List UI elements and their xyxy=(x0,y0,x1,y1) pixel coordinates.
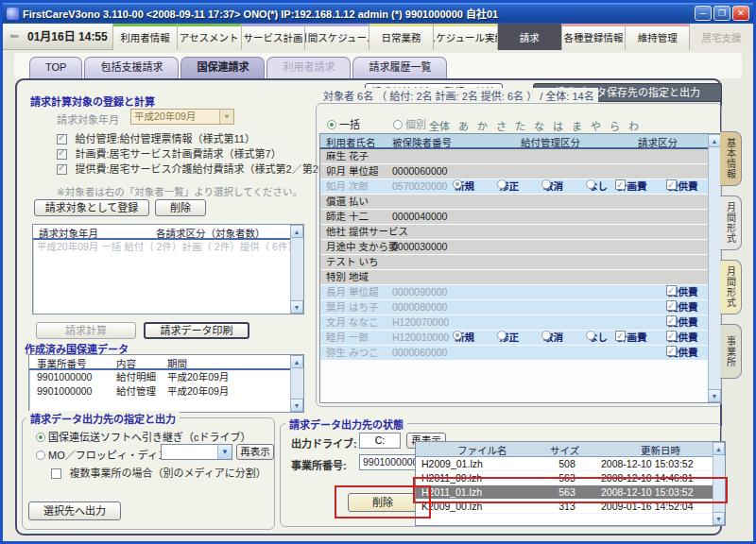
close-button[interactable]: ✕ xyxy=(732,6,749,21)
minimize-button[interactable]: ─ xyxy=(695,6,712,21)
table-row[interactable]: 月途中 支から要0000030000 xyxy=(320,240,708,254)
created-data-row[interactable]: 9901000000給付管理平成20年09月 xyxy=(29,384,303,399)
kana-filter-た[interactable]: た xyxy=(515,118,525,133)
nav-tab-月間スケジュール[interactable]: 月間スケジュール xyxy=(304,24,369,50)
month-list-row[interactable]: 平成20年09月 一括 給付（ 2件）計画（ 2件）提供（ 6件） xyxy=(33,240,303,253)
kubun-radio-新規[interactable]: 新規 xyxy=(453,331,497,345)
delete-target-button[interactable]: 削除 xyxy=(155,199,206,216)
media-select[interactable]: ▼ xyxy=(161,444,232,460)
register-target-button[interactable]: 請求対象として登録 xyxy=(34,199,149,216)
nav-tab-居宅支援[interactable]: 居宅支援 xyxy=(689,24,753,50)
kana-filter-全体[interactable]: 全体 xyxy=(429,118,450,133)
month-list[interactable]: 請求対象年月 各請求区分（対象者数） 平成20年09月 一括 給付（ 2件）計画… xyxy=(32,224,304,314)
table-row[interactable]: 如月 次郎0570020000新規修正取消なし計画費提供費 xyxy=(320,179,708,194)
created-list-scrollbar[interactable]: ▲ ▼ xyxy=(290,355,303,412)
provide-checkbox[interactable]: 提供費 xyxy=(666,315,698,330)
kubun-radio-修正[interactable]: 修正 xyxy=(497,331,541,345)
kana-filter-は[interactable]: は xyxy=(553,118,563,133)
file-list-scrollbar[interactable]: ▲ ▼ xyxy=(713,442,725,525)
file-row-H2009_01.lzh[interactable]: H2009_01.lzh5082008-12-10 15:03:52 xyxy=(416,457,713,471)
table-row[interactable]: 卯月 単位超0000060000 xyxy=(320,164,708,178)
back-icon[interactable]: ⬅ xyxy=(9,29,19,42)
kana-filter-ま[interactable]: ま xyxy=(572,118,582,133)
table-row[interactable]: 麻生 花子 xyxy=(320,149,708,163)
side-tab-事業所-3[interactable]: 事業所 xyxy=(720,324,742,379)
output-to-selected-button[interactable]: 選択先へ出力 xyxy=(28,502,121,520)
delete-file-button[interactable]: 削除 xyxy=(348,493,418,512)
subtab-包括支援請求[interactable]: 包括支援請求 xyxy=(84,57,179,78)
scroll-up-icon[interactable]: ▲ xyxy=(290,225,303,238)
calc-button[interactable]: 請求計算 xyxy=(36,322,136,339)
kana-filter-さ[interactable]: さ xyxy=(496,118,507,133)
nav-tab-利用者情報[interactable]: 利用者情報 xyxy=(112,24,177,50)
table-row[interactable]: テスト いち xyxy=(320,255,708,269)
kubun-radio-修正[interactable]: 修正 xyxy=(497,179,541,194)
table-row[interactable]: 葉月 はち子0000080000提供費 xyxy=(320,300,708,314)
side-tab-基本情報-0[interactable]: 基本情報 xyxy=(720,131,742,186)
print-data-button[interactable]: 請求データ印刷 xyxy=(144,322,249,339)
kana-filter-か[interactable]: か xyxy=(477,118,488,133)
provide-checkbox[interactable]: 提供費 xyxy=(666,300,698,314)
file-row-H2011_01.lzh[interactable]: H2011_01.lzh5632008-12-10 15:03:52 xyxy=(416,485,713,500)
title-bar[interactable]: FirstCareV3ono 3.110-00 <2008-09-11 17:3… xyxy=(3,3,753,24)
side-tab-月間形式-2[interactable]: 月間形式 xyxy=(720,260,742,314)
kana-filter-あ[interactable]: あ xyxy=(458,118,469,133)
scroll-up-icon[interactable]: ▲ xyxy=(708,134,721,147)
file-list[interactable]: ファイル名 サイズ 更新日時 H2009_01.lzh5082008-12-10… xyxy=(415,441,726,526)
nav-tab-アセスメント[interactable]: アセスメント xyxy=(177,24,241,50)
table-row[interactable]: 他社 提供サービス xyxy=(320,225,708,239)
side-tab-月間形式-1[interactable]: 月間形式 xyxy=(720,196,742,250)
subtab-国保連請求[interactable]: 国保連請求 xyxy=(180,57,265,78)
table-row[interactable]: 特別 地域 xyxy=(320,270,708,284)
nav-tab-スケジュール実績[interactable]: スケジュール実績 xyxy=(433,24,497,50)
radio-mo-floppy[interactable]: MO／フロッピィ・ディスク xyxy=(36,447,179,462)
table-row[interactable]: 睦月 一郎H120010000新規修正取消なし計画費提供費 xyxy=(320,331,708,345)
table-row[interactable]: 弥生 みつこ0000060000提供費 xyxy=(320,346,708,360)
file-row-H2011_00.lzh[interactable]: H2011_00.lzh5632008-12-10 14:46:01 xyxy=(416,471,713,485)
scroll-down-icon[interactable]: ▼ xyxy=(290,300,303,314)
created-data-list[interactable]: 事業所番号 内容 期間 9901000000給付明細平成20年09月990100… xyxy=(28,354,304,413)
kubun-radio-取消[interactable]: 取消 xyxy=(541,331,586,345)
maximize-button[interactable]: ❐ xyxy=(713,6,730,21)
kana-filter-な[interactable]: な xyxy=(534,118,544,133)
nav-tab-各種登録情報[interactable]: 各種登録情報 xyxy=(561,24,626,50)
subtab-請求履歴一覧[interactable]: 請求履歴一覧 xyxy=(352,57,447,78)
provide-checkbox[interactable]: 提供費 xyxy=(666,346,698,360)
radio-individual[interactable]: 個別 xyxy=(393,116,426,131)
targets-table-scrollbar[interactable]: ▲ ▼ xyxy=(708,134,721,402)
kana-filter-わ[interactable]: わ xyxy=(628,118,639,133)
kana-filter-ら[interactable]: ら xyxy=(610,118,620,133)
checkbox-multi-office[interactable]: 複数事業所の場合（別のメディアに分割） xyxy=(51,464,266,481)
plan-checkbox[interactable]: 計画費 xyxy=(615,179,647,194)
scroll-down-icon[interactable]: ▼ xyxy=(708,389,721,402)
kubun-radio-取消[interactable]: 取消 xyxy=(541,179,586,194)
radio-batch[interactable]: 一括 xyxy=(327,116,360,131)
created-data-row[interactable]: 9901000000給付明細平成20年09月 xyxy=(29,370,303,384)
subtab-利用者請求[interactable]: 利用者請求 xyxy=(266,57,351,78)
scroll-down-icon[interactable]: ▼ xyxy=(290,399,303,412)
drive-input[interactable]: C: xyxy=(359,433,401,449)
provide-checkbox[interactable]: 提供費 xyxy=(666,331,698,345)
plan-checkbox[interactable]: 計画費 xyxy=(615,331,647,345)
provide-checkbox[interactable]: 提供費 xyxy=(666,285,698,299)
file-row-K2009_00.lzh[interactable]: K2009_00.lzh3132009-01-16 14:52:04 xyxy=(416,500,713,514)
checkbox-teikyo[interactable]: 提供費:居宅サービス介護給付費請求（様式第2／第2の2） xyxy=(57,160,345,177)
media-refresh-button[interactable]: 再表示 xyxy=(236,444,274,460)
nav-tab-維持管理[interactable]: 維持管理 xyxy=(625,24,689,50)
kubun-radio-新規[interactable]: 新規 xyxy=(453,179,497,194)
table-row[interactable]: 文月 ななこH120070000提供費 xyxy=(320,315,708,330)
scroll-up-icon[interactable]: ▲ xyxy=(713,442,725,455)
subtab-TOP[interactable]: TOP xyxy=(29,57,82,78)
table-row[interactable]: 長月 単位超0000090000提供費 xyxy=(320,285,708,299)
scroll-up-icon[interactable]: ▲ xyxy=(290,355,303,368)
table-row[interactable]: 師走 十二0000040000 xyxy=(320,210,708,224)
table-row[interactable]: 償還 払い xyxy=(320,195,708,209)
nav-tab-日常業務[interactable]: 日常業務 xyxy=(369,24,433,50)
provide-checkbox[interactable]: 提供費 xyxy=(666,179,698,194)
scroll-down-icon[interactable]: ▼ xyxy=(713,512,725,525)
radio-transfer-software[interactable]: 国保連伝送ソフトへ引き継ぎ（cドライブ） xyxy=(36,429,251,444)
nav-tab-サービス計画[interactable]: サービス計画 xyxy=(241,24,305,50)
nav-tab-請求[interactable]: 請求 xyxy=(497,24,561,50)
kana-filter-や[interactable]: や xyxy=(591,118,601,133)
target-month-select[interactable]: 平成20年09月 ▼ xyxy=(130,109,234,125)
